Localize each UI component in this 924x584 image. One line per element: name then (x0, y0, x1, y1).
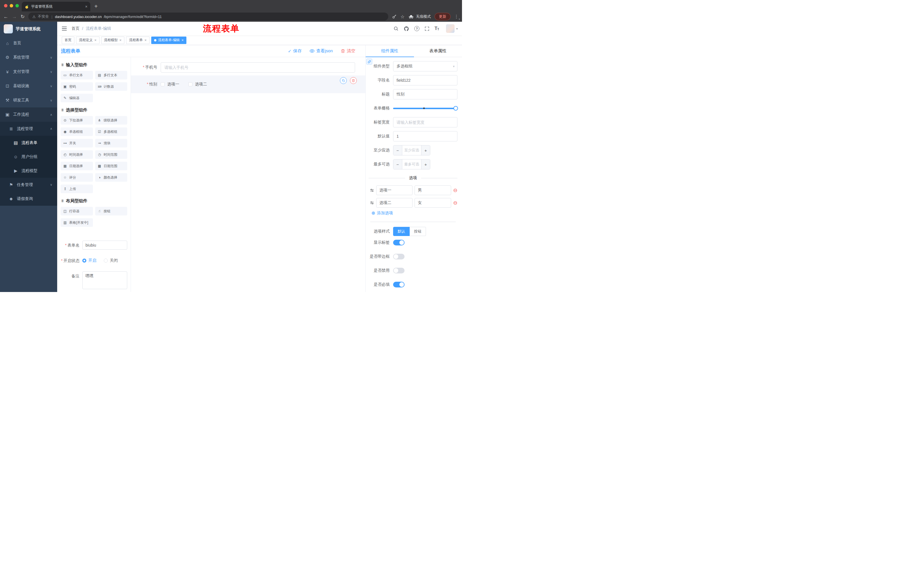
palette-item-slider[interactable]: ⊸ 滑块 (95, 139, 127, 147)
style-default-button[interactable]: 默认 (393, 227, 410, 236)
tab-component-props[interactable]: 组件属性 (366, 45, 414, 57)
tab-form-props[interactable]: 表单属性 (414, 45, 462, 57)
fullscreen-icon[interactable] (424, 26, 429, 31)
required-toggle[interactable] (393, 282, 404, 288)
palette-item-switch[interactable]: ⊶ 开关 (61, 139, 93, 147)
form-remark-textarea[interactable]: 嘿嘿 (82, 271, 127, 289)
window-zoom-button[interactable] (15, 4, 19, 7)
browser-tab[interactable]: 芋道管理系统 × (22, 2, 90, 12)
field-name-input[interactable] (393, 75, 457, 86)
palette-item-editor[interactable]: ✎ 编辑器 (61, 94, 93, 102)
palette-item-radio-group[interactable]: ◉ 单选框组 (61, 127, 93, 136)
clear-button[interactable]: 清空 (341, 48, 355, 54)
help-icon[interactable]: ? (414, 26, 419, 31)
form-name-input[interactable] (82, 240, 127, 250)
option-drag-icon[interactable] (370, 188, 374, 192)
tag-process-form[interactable]: 流程表单 × (126, 36, 150, 44)
sidebar-item-workflow[interactable]: ▣ 工作流程 ∧ (0, 107, 57, 122)
title-input[interactable] (393, 89, 457, 99)
label-width-input[interactable] (393, 117, 457, 127)
default-value-input[interactable] (393, 131, 457, 141)
option2-value-input[interactable] (414, 198, 451, 208)
hamburger-icon[interactable] (61, 26, 67, 31)
min-select-placeholder[interactable]: 至少应选 (402, 145, 421, 155)
tag-process-form-edit-active[interactable]: 流程表单-编辑 × (151, 36, 187, 44)
radio-status-on[interactable]: 开启 (82, 258, 96, 263)
remove-option-icon[interactable]: ⊖ (453, 188, 457, 193)
palette-item-time-range[interactable]: ◷ 时间范围 (95, 150, 127, 159)
github-icon[interactable] (404, 26, 409, 31)
forward-icon[interactable]: → (12, 14, 17, 19)
show-label-toggle[interactable] (393, 240, 404, 245)
palette-item-cascader[interactable]: ⋔ 级联选择 (95, 116, 127, 125)
sidebar-item-system[interactable]: ⚙ 系统管理 ∨ (0, 50, 57, 64)
update-button[interactable]: 更新 (434, 13, 450, 20)
tag-home[interactable]: 首页 (62, 36, 74, 44)
tag-close-icon[interactable]: × (182, 38, 184, 42)
delete-field-button[interactable] (350, 77, 357, 84)
view-json-button[interactable]: 查看json (310, 48, 333, 54)
password-key-icon[interactable] (392, 14, 397, 19)
sidebar-item-process-form[interactable]: ▤ 流程表单 (0, 136, 57, 150)
remove-option-icon[interactable]: ⊖ (453, 200, 457, 206)
tag-close-icon[interactable]: × (119, 38, 122, 42)
max-select-placeholder[interactable]: 最多可选 (402, 160, 421, 169)
option-drag-icon[interactable] (370, 201, 374, 205)
api-link-button[interactable] (366, 59, 372, 64)
browser-menu-icon[interactable]: ⋮ (454, 14, 459, 19)
palette-item-upload[interactable]: ↥ 上传 (61, 184, 93, 193)
sidebar-item-devtools[interactable]: ⚒ 研发工具 ∨ (0, 93, 57, 107)
canvas-field-phone[interactable]: *手机号 (131, 62, 365, 72)
palette-item-row-container[interactable]: ◫ 行容器 (61, 207, 93, 216)
option1-label-input[interactable] (376, 186, 412, 195)
palette-item-select[interactable]: ⊙ 下拉选择 (61, 116, 93, 125)
palette-item-single-text[interactable]: ▭ 单行文本 (61, 71, 93, 79)
component-type-select[interactable]: 多选框组 ▾ (393, 61, 457, 71)
chrome-caret-icon[interactable]: ▾ (459, 18, 460, 21)
palette-item-password[interactable]: ▣ 密码 (61, 82, 93, 91)
palette-item-rate[interactable]: ☆ 评分 (61, 173, 93, 182)
style-button-button[interactable]: 按钮 (410, 227, 426, 236)
option1-value-input[interactable] (414, 186, 451, 195)
tag-process-model[interactable]: 流程模型 × (101, 36, 125, 44)
tag-process-definition[interactable]: 流程定义 × (76, 36, 99, 44)
palette-item-multi-text[interactable]: ▤ 多行文本 (95, 71, 127, 79)
stepper-plus-button[interactable]: + (421, 145, 430, 155)
phone-input[interactable] (161, 62, 355, 72)
copy-field-button[interactable] (340, 77, 347, 84)
save-button[interactable]: ✓ 保存 (288, 48, 302, 54)
stepper-minus-button[interactable]: − (393, 160, 402, 169)
reload-icon[interactable]: ↻ (21, 14, 25, 19)
form-grid-slider[interactable] (393, 103, 457, 114)
checkbox-option-2[interactable]: 选项二 (188, 82, 207, 87)
window-minimize-button[interactable] (10, 4, 13, 7)
sidebar-item-infrastructure[interactable]: ⊡ 基础设施 ∨ (0, 79, 57, 93)
bookmark-star-icon[interactable]: ☆ (401, 14, 404, 20)
tag-close-icon[interactable]: × (94, 38, 97, 42)
sidebar-item-payment[interactable]: ¥ 支付管理 ∨ (0, 64, 57, 79)
sidebar-item-process-model[interactable]: ▶ 流程模型 (0, 164, 57, 178)
palette-item-time-picker[interactable]: ◴ 时间选择 (61, 150, 93, 159)
palette-item-counter[interactable]: 123 计数器 (95, 82, 127, 91)
stepper-minus-button[interactable]: − (393, 145, 402, 155)
font-size-icon[interactable]: T T (434, 26, 439, 31)
disabled-toggle[interactable] (393, 268, 404, 273)
stepper-plus-button[interactable]: + (421, 160, 430, 169)
sidebar-item-user-group[interactable]: ☺ 用户分组 (0, 150, 57, 164)
palette-item-checkbox-group[interactable]: ☑ 多选框组 (95, 127, 127, 136)
url-field[interactable]: ⚠ 不安全 | dashboard.yudao.iocoder.cn /bpm/… (28, 13, 388, 21)
palette-item-date-range[interactable]: ▩ 日期范围 (95, 162, 127, 170)
sidebar-item-task-management[interactable]: ⚑ 任务管理 ∨ (0, 178, 57, 192)
option2-label-input[interactable] (376, 198, 412, 208)
radio-status-off[interactable]: 关闭 (104, 258, 118, 263)
border-toggle[interactable] (393, 254, 404, 260)
back-icon[interactable]: ← (3, 14, 8, 19)
canvas-field-gender-selected[interactable]: *性别 选项一 选项二 (131, 76, 365, 93)
add-option-button[interactable]: ⊕ 添加选项 (368, 211, 457, 216)
user-avatar-menu[interactable]: ▾ (446, 24, 458, 33)
tag-close-icon[interactable]: × (144, 38, 147, 42)
tab-close-icon[interactable]: × (85, 4, 87, 9)
palette-item-date-picker[interactable]: ▦ 日期选择 (61, 162, 93, 170)
breadcrumb-home[interactable]: 首页 (71, 26, 79, 31)
checkbox-option-1[interactable]: 选项一 (161, 82, 179, 87)
